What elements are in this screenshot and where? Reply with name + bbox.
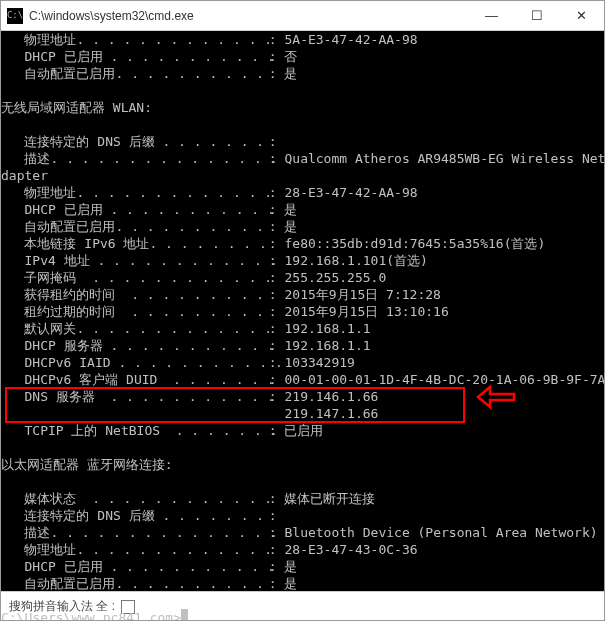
close-button[interactable]: ✕ bbox=[559, 1, 604, 30]
prompt-text: C:\Users\www.pc841.com> bbox=[1, 609, 181, 621]
terminal-line: DHCPv6 IAID . . . . . . . . . . . : 1033… bbox=[1, 354, 604, 371]
line-separator: : bbox=[261, 218, 284, 235]
line-label: 描述. . . . . . . . . . . . . . . bbox=[1, 524, 261, 541]
line-value: 192.168.1.1 bbox=[284, 320, 370, 337]
line-value: 28-E3-47-42-AA-98 bbox=[284, 184, 417, 201]
line-separator: : bbox=[261, 541, 284, 558]
line-label: DHCP 已启用 . . . . . . . . . . . bbox=[1, 48, 261, 65]
line-separator: : bbox=[261, 269, 284, 286]
terminal-line: 自动配置已启用. . . . . . . . . . : 是 bbox=[1, 218, 604, 235]
blank-line bbox=[1, 82, 604, 99]
line-separator: : bbox=[261, 490, 284, 507]
terminal-line: DHCP 已启用 . . . . . . . . . . . : 是 bbox=[1, 558, 604, 575]
terminal-line: 自动配置已启用. . . . . . . . . . : 是 bbox=[1, 575, 604, 592]
section-header: 无线局域网适配器 WLAN: bbox=[1, 99, 604, 116]
terminal-line: dapter bbox=[1, 167, 604, 184]
terminal-line: DHCP 已启用 . . . . . . . . . . . : 是 bbox=[1, 201, 604, 218]
line-separator: : bbox=[261, 31, 284, 48]
terminal-line: 自动配置已启用. . . . . . . . . . : 是 bbox=[1, 65, 604, 82]
line-value: 103342919 bbox=[284, 354, 354, 371]
blank-line bbox=[1, 592, 604, 609]
terminal-line: IPv4 地址 . . . . . . . . . . . . : 192.16… bbox=[1, 252, 604, 269]
terminal-line: TCPIP 上的 NetBIOS . . . . . . . : 已启用 bbox=[1, 422, 604, 439]
line-separator: : bbox=[261, 507, 284, 524]
line-separator: : bbox=[261, 354, 284, 371]
terminal-line: 物理地址. . . . . . . . . . . . . : 28-E3-47… bbox=[1, 541, 604, 558]
line-label: DNS 服务器 . . . . . . . . . . . bbox=[1, 388, 261, 405]
line-value: 已启用 bbox=[284, 422, 323, 439]
line-label: DHCP 已启用 . . . . . . . . . . . bbox=[1, 558, 261, 575]
line-label: 物理地址. . . . . . . . . . . . . bbox=[1, 541, 261, 558]
line-value: 5A-E3-47-42-AA-98 bbox=[284, 31, 417, 48]
terminal-line: 连接特定的 DNS 后缀 . . . . . . . : bbox=[1, 507, 604, 524]
line-value: 255.255.255.0 bbox=[284, 269, 386, 286]
terminal-line: 默认网关. . . . . . . . . . . . . : 192.168.… bbox=[1, 320, 604, 337]
terminal-line: 租约过期的时间 . . . . . . . . . : 2015年9月15日 1… bbox=[1, 303, 604, 320]
line-label: 获得租约的时间 . . . . . . . . . bbox=[1, 286, 261, 303]
line-separator: : bbox=[261, 388, 284, 405]
line-label: 本地链接 IPv6 地址. . . . . . . . bbox=[1, 235, 261, 252]
line-value: 2015年9月15日 13:10:16 bbox=[284, 303, 448, 320]
maximize-button[interactable]: ☐ bbox=[514, 1, 559, 30]
line-value: 219.147.1.66 bbox=[284, 405, 378, 422]
line-label: 租约过期的时间 . . . . . . . . . bbox=[1, 303, 261, 320]
cursor bbox=[181, 609, 188, 621]
line-label: 媒体状态 . . . . . . . . . . . . bbox=[1, 490, 261, 507]
line-label: 自动配置已启用. . . . . . . . . . bbox=[1, 65, 261, 82]
line-value: 是 bbox=[284, 218, 297, 235]
line-value: 28-E3-47-43-0C-36 bbox=[284, 541, 417, 558]
terminal-line: 本地链接 IPv6 地址. . . . . . . . : fe80::35db… bbox=[1, 235, 604, 252]
line-value: Bluetooth Device (Personal Area Network) bbox=[284, 524, 597, 541]
line-label: 子网掩码 . . . . . . . . . . . . bbox=[1, 269, 261, 286]
terminal-line: 描述. . . . . . . . . . . . . . . : Qualco… bbox=[1, 150, 604, 167]
line-separator: : bbox=[261, 184, 284, 201]
window-titlebar: C:\ C:\windows\system32\cmd.exe — ☐ ✕ bbox=[1, 1, 604, 31]
line-label: 物理地址. . . . . . . . . . . . . bbox=[1, 184, 261, 201]
line-value: 否 bbox=[284, 48, 297, 65]
line-label: DHCP 服务器 . . . . . . . . . . . bbox=[1, 337, 261, 354]
terminal-line: DNS 服务器 . . . . . . . . . . . : 219.146.… bbox=[1, 388, 604, 405]
line-label: DHCPv6 客户端 DUID . . . . . . . bbox=[1, 371, 261, 388]
line-label: DHCP 已启用 . . . . . . . . . . . bbox=[1, 201, 261, 218]
line-separator: : bbox=[261, 201, 284, 218]
terminal-line: 219.147.1.66 bbox=[1, 405, 604, 422]
line-label: 描述. . . . . . . . . . . . . . . bbox=[1, 150, 261, 167]
line-value: 是 bbox=[284, 65, 297, 82]
terminal-line: 连接特定的 DNS 后缀 . . . . . . . : bbox=[1, 133, 604, 150]
section-header: 以太网适配器 蓝牙网络连接: bbox=[1, 456, 604, 473]
terminal-line: 获得租约的时间 . . . . . . . . . : 2015年9月15日 7… bbox=[1, 286, 604, 303]
terminal-line: 子网掩码 . . . . . . . . . . . . : 255.255.2… bbox=[1, 269, 604, 286]
terminal-output[interactable]: 物理地址. . . . . . . . . . . . . : 5A-E3-47… bbox=[1, 31, 604, 591]
window-title: C:\windows\system32\cmd.exe bbox=[29, 9, 469, 23]
line-value: 219.146.1.66 bbox=[284, 388, 378, 405]
line-value: Qualcomm Atheros AR9485WB-EG Wireless Ne… bbox=[284, 150, 605, 167]
line-label: 物理地址. . . . . . . . . . . . . bbox=[1, 31, 261, 48]
line-value: 媒体已断开连接 bbox=[284, 490, 375, 507]
minimize-button[interactable]: — bbox=[469, 1, 514, 30]
line-separator: : bbox=[261, 371, 284, 388]
line-separator: : bbox=[261, 320, 284, 337]
cmd-icon: C:\ bbox=[7, 8, 23, 24]
line-label: 连接特定的 DNS 后缀 . . . . . . . bbox=[1, 507, 261, 524]
line-separator: : bbox=[261, 558, 284, 575]
line-label: 自动配置已启用. . . . . . . . . . bbox=[1, 575, 261, 592]
terminal-line: 物理地址. . . . . . . . . . . . . : 5A-E3-47… bbox=[1, 31, 604, 48]
line-separator: : bbox=[261, 422, 284, 439]
line-separator: : bbox=[261, 286, 284, 303]
line-separator: : bbox=[261, 303, 284, 320]
line-value: 是 bbox=[284, 575, 297, 592]
terminal-line: 媒体状态 . . . . . . . . . . . . : 媒体已断开连接 bbox=[1, 490, 604, 507]
line-label: 自动配置已启用. . . . . . . . . . bbox=[1, 218, 261, 235]
line-value: 192.168.1.101(首选) bbox=[284, 252, 427, 269]
terminal-line: 描述. . . . . . . . . . . . . . . : Blueto… bbox=[1, 524, 604, 541]
terminal-line: 物理地址. . . . . . . . . . . . . : 28-E3-47… bbox=[1, 184, 604, 201]
line-separator: : bbox=[261, 235, 284, 252]
line-value: 00-01-00-01-1D-4F-4B-DC-20-1A-06-9B-9F-7… bbox=[284, 371, 605, 388]
line-separator: : bbox=[261, 133, 284, 150]
line-label: TCPIP 上的 NetBIOS . . . . . . . bbox=[1, 422, 261, 439]
line-label: 默认网关. . . . . . . . . . . . . bbox=[1, 320, 261, 337]
prompt-line[interactable]: C:\Users\www.pc841.com> bbox=[1, 609, 604, 621]
line-label: IPv4 地址 . . . . . . . . . . . . bbox=[1, 252, 261, 269]
blank-line bbox=[1, 439, 604, 456]
terminal-line: DHCP 已启用 . . . . . . . . . . . : 否 bbox=[1, 48, 604, 65]
